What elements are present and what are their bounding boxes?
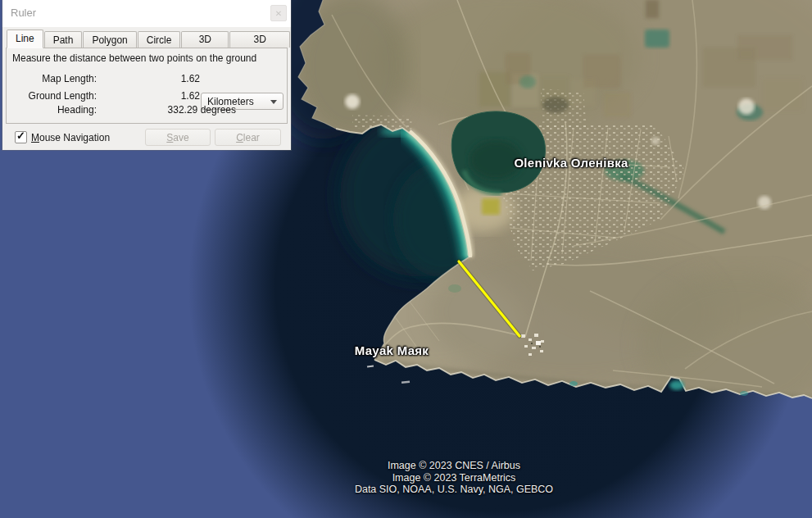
tab-3d-polygon[interactable]: 3D polygon [229,31,290,48]
ground-length-label: Ground Length: [7,89,97,103]
heading-value: 332.29 degrees [102,102,236,117]
place-label-olenivka: Olenivka Оленівка [514,156,628,170]
tab-3d-path[interactable]: 3D path [181,31,229,48]
place-label-mayak: Mayak Маяк [355,343,429,357]
ground-length-value: 1.62 [102,89,200,103]
attribution-line: Data SIO, NOAA, U.S. Navy, NGA, GEBCO [355,484,553,496]
map-attribution: Image © 2023 CNES / Airbus Image © 2023 … [355,460,553,496]
ruler-content: Measure the distance between two points … [6,48,288,124]
lake [451,111,545,193]
tab-line[interactable]: Line [7,30,43,48]
dialog-title: Ruler [11,7,36,19]
dialog-titlebar[interactable]: Ruler ✕ [2,0,291,27]
tab-bar: Line Path Polygon Circle 3D path 3D poly… [7,29,291,48]
attribution-line: Image © 2023 TerraMetrics [355,472,553,484]
mouse-navigation-checkbox[interactable]: ✓ [15,131,27,143]
field-patch [482,198,500,215]
mouse-navigation-label: Mouse Navigation [31,132,110,143]
ground-length-row: Ground Length: 1.62 [7,89,287,103]
tab-path[interactable]: Path [44,31,83,48]
clear-button[interactable]: Clear [215,129,281,146]
heading-row: Heading: 332.29 degrees [7,102,287,117]
close-button[interactable]: ✕ [270,5,287,21]
description-text: Measure the distance between two points … [12,52,256,64]
heading-label: Heading: [7,102,97,117]
cove [669,380,684,390]
map-length-label: Map Length: [7,71,97,86]
google-earth-window: Olenivka Оленівка Mayak Маяк Image © 202… [0,0,812,518]
map-length-value: 1.62 [102,71,200,86]
attribution-line: Image © 2023 CNES / Airbus [355,460,553,472]
checkmark-icon: ✓ [16,130,25,142]
ruler-dialog: Ruler ✕ Line Path Polygon Circle 3D path… [2,0,291,150]
tab-circle[interactable]: Circle [138,31,181,48]
tab-polygon[interactable]: Polygon [83,31,136,48]
close-icon: ✕ [275,9,282,18]
save-button[interactable]: Save [145,129,211,146]
map-length-row: Map Length: 1.62 Kilometers [7,71,287,86]
